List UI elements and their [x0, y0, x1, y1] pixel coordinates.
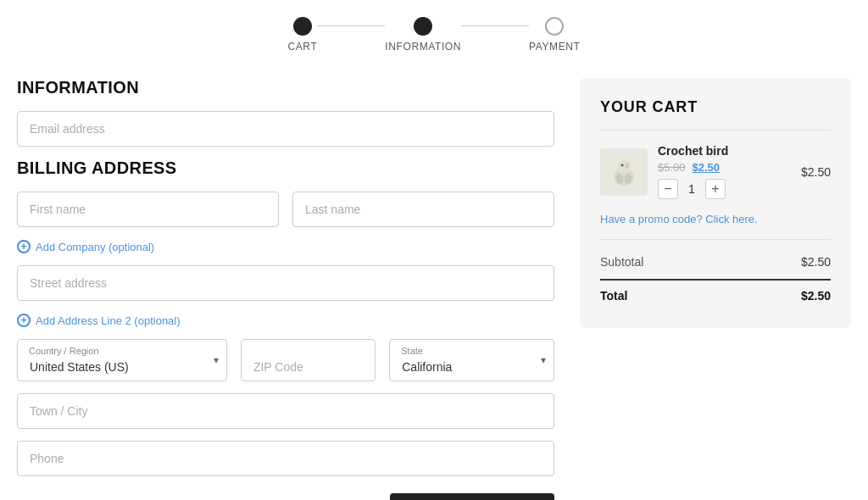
- zip-field[interactable]: [241, 339, 376, 381]
- item-name: Crochet bird: [658, 144, 791, 158]
- subtotal-value: $2.50: [801, 255, 831, 269]
- quantity-controls: − 1 +: [658, 179, 791, 199]
- state-select[interactable]: California New York Texas Florida: [389, 339, 554, 381]
- phone-field[interactable]: [17, 441, 554, 476]
- step-line-1: [317, 25, 385, 26]
- step-info-circle: [414, 17, 432, 36]
- main-layout: INFORMATION BILLING ADDRESS + Add Compan…: [17, 78, 851, 500]
- town-field[interactable]: [17, 393, 554, 429]
- continue-button[interactable]: Continue to payment: [390, 493, 554, 500]
- item-image: [600, 148, 648, 196]
- step-cart-circle: [293, 17, 312, 36]
- step-payment-label: PAYMENT: [529, 41, 580, 53]
- item-total-price: $2.50: [801, 165, 831, 179]
- checkout-steps: CART INFORMATION PAYMENT: [17, 0, 851, 78]
- add-company-link[interactable]: + Add Company (optional): [17, 240, 154, 253]
- cart-item: Crochet bird $5.00 $2.50 − 1 + $2.50: [600, 144, 831, 199]
- item-details: Crochet bird $5.00 $2.50 − 1 +: [658, 144, 791, 199]
- add-address2-label: Add Address Line 2 (optional): [36, 314, 181, 327]
- phone-group: [17, 441, 554, 476]
- cart-divider: [600, 130, 831, 131]
- email-field[interactable]: [17, 111, 554, 147]
- country-select[interactable]: United States (US) Canada United Kingdom: [17, 339, 227, 381]
- cart-title: YOUR CART: [600, 98, 831, 116]
- subtotal-label: Subtotal: [600, 255, 643, 269]
- step-information: INFORMATION: [385, 17, 461, 53]
- item-price-row: $5.00 $2.50: [658, 161, 791, 174]
- step-info-label: INFORMATION: [385, 41, 461, 53]
- email-group: [17, 111, 554, 147]
- plus-icon-2: +: [17, 314, 31, 327]
- billing-title: BILLING ADDRESS: [17, 158, 554, 178]
- quantity-value: 1: [685, 182, 698, 196]
- step-cart: CART: [287, 17, 317, 53]
- subtotal-row: Subtotal $2.50: [600, 250, 831, 274]
- item-original-price: $5.00: [658, 161, 686, 174]
- add-company-label: Add Company (optional): [36, 241, 154, 253]
- plus-icon: +: [17, 240, 31, 253]
- svg-point-3: [621, 164, 624, 166]
- total-label: Total: [600, 289, 627, 303]
- country-wrapper: Country / Region United States (US) Cana…: [17, 339, 227, 381]
- total-row: Total $2.50: [600, 279, 831, 308]
- step-payment: PAYMENT: [529, 17, 580, 53]
- information-title: INFORMATION: [17, 78, 554, 97]
- cart-panel: YOUR CART Crochet bird: [580, 78, 851, 328]
- street-group: [17, 265, 554, 301]
- total-value: $2.50: [801, 289, 831, 303]
- form-actions: « Return to cart Continue to payment: [17, 493, 554, 500]
- name-row: [17, 192, 554, 227]
- state-wrapper: State California New York Texas Florida …: [389, 339, 554, 381]
- left-panel: INFORMATION BILLING ADDRESS + Add Compan…: [17, 78, 554, 500]
- cart-totals: Subtotal $2.50 Total $2.50: [600, 239, 831, 308]
- add-address2-link[interactable]: + Add Address Line 2 (optional): [17, 314, 181, 327]
- item-sale-price: $2.50: [693, 161, 721, 174]
- step-cart-label: CART: [287, 41, 317, 53]
- street-field[interactable]: [17, 265, 554, 301]
- last-name-field[interactable]: [292, 192, 554, 227]
- promo-code-link[interactable]: Have a promo code? Click here.: [600, 213, 831, 225]
- bird-illustration: [605, 153, 643, 191]
- step-line-2: [461, 25, 529, 26]
- town-group: [17, 393, 554, 429]
- svg-point-1: [617, 160, 631, 174]
- first-name-field[interactable]: [17, 192, 279, 227]
- address-row: Country / Region United States (US) Cana…: [17, 339, 554, 381]
- quantity-increase-button[interactable]: +: [705, 179, 726, 199]
- zip-wrapper: [241, 339, 376, 381]
- quantity-decrease-button[interactable]: −: [658, 179, 678, 199]
- step-payment-circle: [545, 17, 564, 36]
